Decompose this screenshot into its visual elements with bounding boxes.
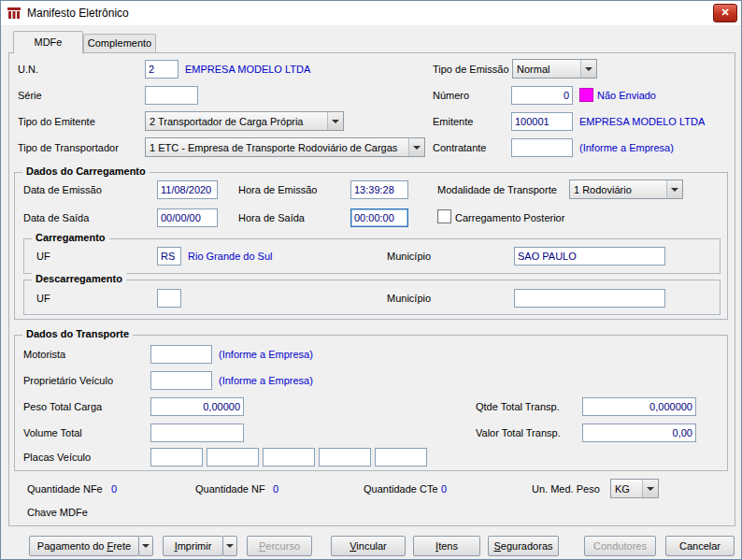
contratante-label: Contratante: [433, 142, 486, 153]
tipo-transportador-combo[interactable]: 1 ETC - Empresa de Transporte Rodoviário…: [145, 137, 425, 157]
hora-emissao-input[interactable]: [350, 180, 408, 199]
descarregamento-group-title: Descarregamento: [32, 273, 126, 284]
proprietario-veiculo-label: Proprietário Veículo: [23, 375, 113, 386]
window-title: Manifesto Eletrônico: [27, 7, 129, 20]
modalidade-combo[interactable]: 1 Rodoviário: [569, 179, 683, 199]
placa-veiculo-input-2[interactable]: [207, 448, 259, 467]
pagamento-frete-dropdown-button[interactable]: [138, 536, 153, 556]
un-input[interactable]: [145, 60, 178, 79]
data-emissao-input[interactable]: [157, 180, 218, 199]
tipo-emissao-combo[interactable]: Normal: [512, 59, 597, 79]
chevron-down-icon: [142, 544, 150, 552]
valor-total-input[interactable]: [582, 424, 696, 442]
qtde-total-label: Qtde Total Transp.: [476, 401, 560, 412]
tipo-emitente-combo[interactable]: 2 Transportador de Carga Própria: [145, 111, 344, 131]
placa-veiculo-input-3[interactable]: [263, 448, 315, 467]
tipo-emissao-value: Normal: [513, 64, 580, 75]
motorista-input[interactable]: [150, 345, 212, 364]
hora-saida-label: Hora de Saída: [238, 212, 305, 223]
un-company-text: EMPRESA MODELO LTDA: [185, 64, 310, 75]
modalidade-value: 1 Rodoviário: [570, 184, 666, 195]
valor-total-label: Valor Total Transp.: [476, 427, 561, 438]
placa-veiculo-input-1[interactable]: [150, 448, 203, 467]
dados-carregamento-title: Dados do Carregamento: [22, 165, 150, 177]
carregamento-uf-label: UF: [36, 251, 50, 262]
emitente-company-text: EMPRESA MODELO LTDA: [579, 116, 705, 127]
volume-total-input[interactable]: [150, 424, 244, 442]
carregamento-posterior-checkbox[interactable]: [437, 209, 451, 223]
quantidade-cte-value: 0: [441, 483, 447, 495]
chave-mdfe-label: Chave MDFe: [27, 507, 88, 518]
carregamento-group-title: Carregamento: [32, 232, 109, 243]
chevron-down-icon: [642, 480, 658, 497]
carregamento-municipio-input[interactable]: [514, 247, 665, 266]
motorista-label: Motorista: [23, 349, 65, 360]
tab-mdfe[interactable]: MDFe: [13, 31, 83, 53]
hora-saida-input[interactable]: [350, 208, 408, 227]
quantidade-nf-label: Quantidade NF: [195, 483, 265, 495]
un-label: U.N.: [18, 64, 38, 75]
condutores-button: Condutores: [584, 536, 656, 556]
un-med-peso-value: KG: [611, 483, 642, 495]
un-med-peso-combo[interactable]: KG: [610, 479, 659, 498]
proprietario-veiculo-input[interactable]: [150, 371, 212, 390]
tipo-emitente-value: 2 Transportador de Carga Própria: [146, 116, 327, 127]
un-med-peso-label: Un. Med. Peso: [532, 483, 600, 495]
peso-total-input[interactable]: [150, 397, 244, 416]
carregamento-municipio-label: Município: [387, 251, 431, 262]
pagamento-frete-button[interactable]: Pagamento do Frete: [29, 536, 139, 556]
nao-enviado-status-text: Não Enviado: [597, 90, 656, 101]
imprimir-dropdown-button[interactable]: [222, 536, 237, 556]
dados-transporte-title: Dados do Transporte: [22, 328, 133, 339]
imprimir-button[interactable]: Imprimir: [163, 536, 223, 556]
quantidade-nf-value: 0: [273, 483, 278, 495]
app-icon: [7, 6, 21, 21]
titlebar[interactable]: Manifesto Eletrônico ✕: [1, 1, 741, 26]
nao-enviado-status-marker: [579, 88, 593, 102]
descarregamento-uf-input[interactable]: [157, 289, 181, 308]
chevron-down-icon: [580, 60, 596, 78]
itens-button[interactable]: Itens: [413, 536, 480, 556]
seguradoras-button[interactable]: Seguradoras: [488, 536, 559, 556]
serie-input[interactable]: [145, 86, 198, 105]
carregamento-uf-name: Rio Grande do Sul: [188, 251, 273, 262]
serie-label: Série: [18, 90, 42, 101]
close-icon[interactable]: ✕: [713, 4, 737, 22]
placas-veiculo-label: Placas Veículo: [23, 452, 91, 463]
descarregamento-municipio-input[interactable]: [514, 289, 665, 308]
emitente-input[interactable]: [511, 112, 573, 131]
numero-input[interactable]: [511, 86, 573, 105]
chevron-down-icon: [408, 138, 424, 156]
contratante-hint: (Informe a Empresa): [579, 142, 674, 153]
vincular-button[interactable]: Vincular: [331, 536, 406, 556]
peso-total-label: Peso Total Carga: [23, 401, 102, 412]
quantidade-nfe-value: 0: [111, 483, 117, 495]
chevron-down-icon: [666, 180, 682, 198]
tab-complemento[interactable]: Complemento: [83, 34, 156, 52]
descarregamento-uf-label: UF: [36, 293, 50, 304]
data-saida-input[interactable]: [157, 208, 218, 227]
descarregamento-municipio-label: Município: [387, 293, 431, 304]
chevron-down-icon: [226, 544, 234, 552]
tipo-emitente-label: Tipo do Emitente: [18, 116, 95, 127]
proprietario-veiculo-hint: (Informe a Empresa): [219, 375, 313, 386]
numero-label: Número: [433, 90, 469, 101]
contratante-input[interactable]: [511, 138, 573, 157]
quantidade-cte-label: Quantidade CTe: [364, 483, 438, 495]
quantidade-nfe-label: Quantidade NFe: [27, 483, 103, 495]
placa-veiculo-input-5[interactable]: [375, 448, 427, 467]
modalidade-label: Modalidade de Transporte: [437, 184, 557, 195]
cancelar-button[interactable]: Cancelar: [665, 536, 735, 556]
tipo-transportador-label: Tipo de Transportador: [18, 142, 119, 153]
chevron-down-icon: [327, 112, 343, 130]
tipo-emissao-label: Tipo de Emissão: [433, 64, 509, 75]
placa-veiculo-input-4[interactable]: [319, 448, 371, 467]
qtde-total-input[interactable]: [582, 397, 696, 416]
volume-total-label: Volume Total: [23, 427, 82, 438]
carregamento-uf-input[interactable]: [157, 247, 181, 266]
motorista-hint: (Informe a Empresa): [219, 349, 313, 360]
data-saida-label: Data de Saída: [23, 212, 89, 223]
carregamento-posterior-label: Carregamento Posterior: [455, 212, 564, 223]
hora-emissao-label: Hora de Emissão: [238, 184, 317, 195]
tipo-transportador-value: 1 ETC - Empresa de Transporte Rodoviário…: [146, 142, 408, 153]
